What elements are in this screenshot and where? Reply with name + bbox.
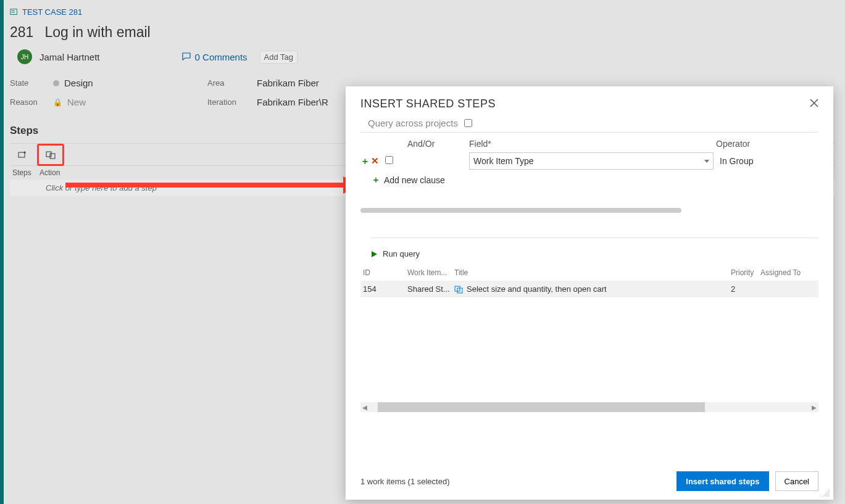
res-assigned-h: Assigned To xyxy=(760,268,810,277)
run-query-button[interactable]: Run query xyxy=(370,238,818,258)
comments-link[interactable]: 0 Comments xyxy=(181,52,248,62)
sharedsteps-icon xyxy=(454,285,463,294)
footer-buttons: Insert shared steps Cancel xyxy=(676,471,818,491)
close-icon xyxy=(810,99,818,107)
field-select-value: Work Item Type xyxy=(473,156,534,166)
owner-row: JH Jamal Hartnett 0 Comments Add Tag xyxy=(10,49,835,64)
resize-handle[interactable] xyxy=(823,490,831,497)
comments-count: 0 Comments xyxy=(195,52,248,62)
owner-name[interactable]: Jamal Hartnett xyxy=(40,52,100,62)
avatar[interactable]: JH xyxy=(17,49,32,64)
shared-steps-icon xyxy=(46,150,56,160)
comment-icon xyxy=(181,52,191,62)
res-id: 154 xyxy=(363,284,407,294)
results-row[interactable]: 154 Shared St... Select size and quantit… xyxy=(360,281,818,297)
add-new-clause-button[interactable]: ＋ Add new clause xyxy=(372,175,818,186)
res-type: Shared St... xyxy=(407,284,454,294)
run-query-label: Run query xyxy=(383,249,420,258)
state-text: Design xyxy=(64,78,93,88)
res-type-h: Work Item... xyxy=(407,268,454,277)
state-dot-icon xyxy=(53,80,59,86)
col-steps: Steps xyxy=(12,168,40,177)
add-clause-icon[interactable]: ＋ xyxy=(360,155,370,167)
lock-icon: 🔒 xyxy=(53,98,62,107)
status-text: 1 work items (1 selected) xyxy=(360,477,450,486)
svg-rect-2 xyxy=(46,152,51,157)
res-title: Select size and quantity, then open cart xyxy=(467,284,607,294)
work-item-id: 281 xyxy=(10,24,33,41)
work-item-title[interactable]: Log in with email xyxy=(44,24,835,41)
query-clause-row: ＋ ✕ Work Item Type In Group xyxy=(360,152,818,170)
resize-icon xyxy=(823,490,831,498)
dialog-footer: 1 work items (1 selected) Insert shared … xyxy=(346,463,833,500)
clause-actions: ＋ ✕ xyxy=(360,155,385,167)
res-title-cell: Select size and quantity, then open cart xyxy=(454,284,731,294)
play-icon xyxy=(370,250,378,258)
scroll-left-icon[interactable]: ◀ xyxy=(360,404,369,411)
add-clause-label: Add new clause xyxy=(384,175,445,185)
breadcrumb-label: TEST CASE 281 xyxy=(22,7,82,17)
dialog-body: Query across projects And/Or Field* Oper… xyxy=(346,113,833,463)
results-header: ID Work Item... Title Priority Assigned … xyxy=(360,265,818,281)
state-label: State xyxy=(10,78,53,88)
operator-value[interactable]: In Group xyxy=(716,152,815,170)
title-row: 281 Log in with email xyxy=(10,24,835,41)
area-label: Area xyxy=(207,78,257,88)
reason-label: Reason xyxy=(10,97,53,107)
insert-step-button[interactable] xyxy=(14,146,31,163)
testcase-icon xyxy=(10,8,19,17)
remove-clause-icon[interactable]: ✕ xyxy=(371,155,379,167)
query-across-checkbox[interactable] xyxy=(464,119,472,127)
query-across-projects-row: Query across projects xyxy=(368,118,818,128)
plus-icon: ＋ xyxy=(372,175,380,186)
query-header: And/Or Field* Operator xyxy=(360,132,818,149)
reason-value[interactable]: 🔒New xyxy=(53,97,207,107)
scroll-thumb[interactable] xyxy=(378,402,705,412)
field-select[interactable]: Work Item Type xyxy=(469,152,714,170)
svg-rect-3 xyxy=(50,154,55,159)
breadcrumb[interactable]: TEST CASE 281 xyxy=(10,7,835,17)
res-priority-h: Priority xyxy=(731,268,760,277)
state-value[interactable]: Design xyxy=(53,78,207,88)
reason-text: New xyxy=(67,97,86,107)
res-priority: 2 xyxy=(731,284,760,294)
res-title-h: Title xyxy=(454,268,731,277)
dialog-header: INSERT SHARED STEPS xyxy=(346,86,833,113)
add-tag-button[interactable]: Add Tag xyxy=(260,51,298,64)
insert-step-icon xyxy=(17,150,27,160)
head-andor: And/Or xyxy=(407,139,469,149)
head-field: Field* xyxy=(469,139,716,149)
svg-rect-1 xyxy=(19,152,25,157)
close-button[interactable] xyxy=(810,97,818,110)
cancel-button[interactable]: Cancel xyxy=(775,471,818,491)
insert-shared-steps-button[interactable] xyxy=(37,144,64,166)
dialog-title: INSERT SHARED STEPS xyxy=(360,97,496,110)
scroll-right-icon[interactable]: ▶ xyxy=(810,404,818,411)
results-hscrollbar[interactable]: ◀ ▶ xyxy=(360,402,818,412)
clause-checkbox[interactable] xyxy=(385,156,393,164)
head-operator: Operator xyxy=(716,139,815,149)
svg-rect-0 xyxy=(10,9,17,14)
iteration-label: Iteration xyxy=(207,97,257,107)
query-across-label: Query across projects xyxy=(368,118,458,128)
insert-shared-steps-dialog: INSERT SHARED STEPS Query across project… xyxy=(346,86,833,500)
res-id-h: ID xyxy=(363,268,407,277)
query-scrollbar[interactable] xyxy=(360,208,681,213)
insert-button[interactable]: Insert shared steps xyxy=(676,471,768,491)
